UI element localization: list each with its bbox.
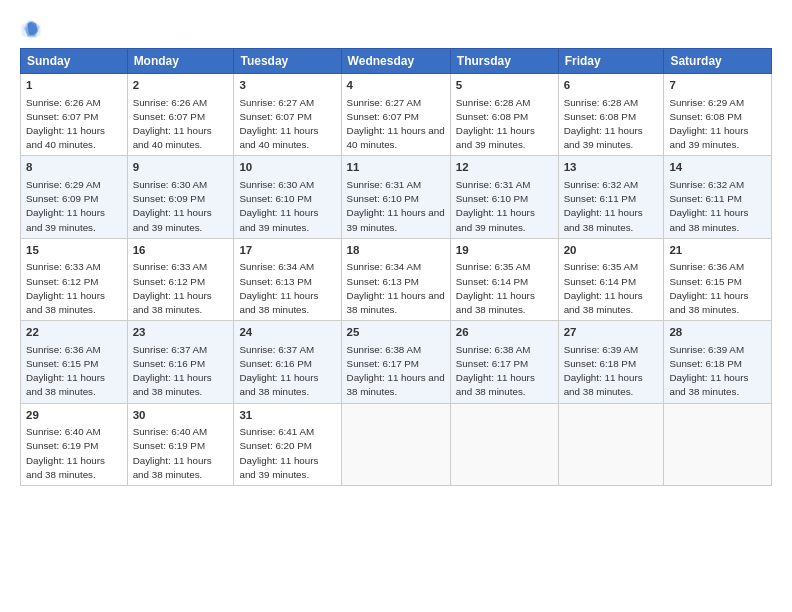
day-info: Sunrise: 6:39 AMSunset: 6:18 PMDaylight:… [669,344,748,398]
calendar-day-cell: 22Sunrise: 6:36 AMSunset: 6:15 PMDayligh… [21,321,128,403]
calendar-day-cell: 12Sunrise: 6:31 AMSunset: 6:10 PMDayligh… [450,156,558,238]
day-number: 12 [456,160,553,176]
day-info: Sunrise: 6:32 AMSunset: 6:11 PMDaylight:… [669,179,748,233]
day-number: 1 [26,78,122,94]
day-info: Sunrise: 6:37 AMSunset: 6:16 PMDaylight:… [239,344,318,398]
day-info: Sunrise: 6:28 AMSunset: 6:08 PMDaylight:… [456,97,535,151]
calendar-day-cell: 19Sunrise: 6:35 AMSunset: 6:14 PMDayligh… [450,238,558,320]
day-number: 26 [456,325,553,341]
day-number: 30 [133,408,229,424]
day-info: Sunrise: 6:37 AMSunset: 6:16 PMDaylight:… [133,344,212,398]
calendar-day-cell: 16Sunrise: 6:33 AMSunset: 6:12 PMDayligh… [127,238,234,320]
day-number: 28 [669,325,766,341]
calendar-week-row: 1Sunrise: 6:26 AMSunset: 6:07 PMDaylight… [21,74,772,156]
day-number: 6 [564,78,659,94]
day-info: Sunrise: 6:38 AMSunset: 6:17 PMDaylight:… [456,344,535,398]
calendar-day-cell: 4Sunrise: 6:27 AMSunset: 6:07 PMDaylight… [341,74,450,156]
day-info: Sunrise: 6:28 AMSunset: 6:08 PMDaylight:… [564,97,643,151]
day-info: Sunrise: 6:30 AMSunset: 6:09 PMDaylight:… [133,179,212,233]
day-info: Sunrise: 6:31 AMSunset: 6:10 PMDaylight:… [456,179,535,233]
calendar-day-cell: 18Sunrise: 6:34 AMSunset: 6:13 PMDayligh… [341,238,450,320]
calendar-day-cell: 13Sunrise: 6:32 AMSunset: 6:11 PMDayligh… [558,156,664,238]
calendar-day-cell [558,403,664,485]
day-number: 8 [26,160,122,176]
day-number: 19 [456,243,553,259]
calendar-day-cell: 27Sunrise: 6:39 AMSunset: 6:18 PMDayligh… [558,321,664,403]
day-info: Sunrise: 6:26 AMSunset: 6:07 PMDaylight:… [133,97,212,151]
day-number: 17 [239,243,335,259]
day-number: 23 [133,325,229,341]
logo-icon [20,18,42,40]
day-info: Sunrise: 6:38 AMSunset: 6:17 PMDaylight:… [347,344,445,398]
day-info: Sunrise: 6:34 AMSunset: 6:13 PMDaylight:… [239,261,318,315]
calendar-day-header: Friday [558,49,664,74]
day-info: Sunrise: 6:39 AMSunset: 6:18 PMDaylight:… [564,344,643,398]
calendar-header-row: SundayMondayTuesdayWednesdayThursdayFrid… [21,49,772,74]
day-number: 15 [26,243,122,259]
day-info: Sunrise: 6:36 AMSunset: 6:15 PMDaylight:… [26,344,105,398]
calendar-day-cell: 5Sunrise: 6:28 AMSunset: 6:08 PMDaylight… [450,74,558,156]
calendar-day-cell: 17Sunrise: 6:34 AMSunset: 6:13 PMDayligh… [234,238,341,320]
day-info: Sunrise: 6:27 AMSunset: 6:07 PMDaylight:… [347,97,445,151]
calendar-day-cell [664,403,772,485]
day-number: 16 [133,243,229,259]
calendar-week-row: 15Sunrise: 6:33 AMSunset: 6:12 PMDayligh… [21,238,772,320]
calendar-day-cell: 1Sunrise: 6:26 AMSunset: 6:07 PMDaylight… [21,74,128,156]
calendar-day-header: Wednesday [341,49,450,74]
calendar-day-cell: 8Sunrise: 6:29 AMSunset: 6:09 PMDaylight… [21,156,128,238]
calendar-day-header: Sunday [21,49,128,74]
day-number: 27 [564,325,659,341]
calendar-day-cell [450,403,558,485]
calendar-day-header: Thursday [450,49,558,74]
calendar-day-cell: 25Sunrise: 6:38 AMSunset: 6:17 PMDayligh… [341,321,450,403]
day-number: 29 [26,408,122,424]
day-info: Sunrise: 6:29 AMSunset: 6:09 PMDaylight:… [26,179,105,233]
day-number: 25 [347,325,445,341]
calendar-week-row: 22Sunrise: 6:36 AMSunset: 6:15 PMDayligh… [21,321,772,403]
day-info: Sunrise: 6:33 AMSunset: 6:12 PMDaylight:… [133,261,212,315]
day-info: Sunrise: 6:32 AMSunset: 6:11 PMDaylight:… [564,179,643,233]
calendar-day-cell: 9Sunrise: 6:30 AMSunset: 6:09 PMDaylight… [127,156,234,238]
day-info: Sunrise: 6:35 AMSunset: 6:14 PMDaylight:… [564,261,643,315]
calendar-day-cell: 20Sunrise: 6:35 AMSunset: 6:14 PMDayligh… [558,238,664,320]
day-number: 21 [669,243,766,259]
day-info: Sunrise: 6:30 AMSunset: 6:10 PMDaylight:… [239,179,318,233]
calendar-day-cell: 24Sunrise: 6:37 AMSunset: 6:16 PMDayligh… [234,321,341,403]
calendar-day-cell: 11Sunrise: 6:31 AMSunset: 6:10 PMDayligh… [341,156,450,238]
day-number: 11 [347,160,445,176]
day-number: 24 [239,325,335,341]
calendar-day-cell: 6Sunrise: 6:28 AMSunset: 6:08 PMDaylight… [558,74,664,156]
calendar-day-cell: 21Sunrise: 6:36 AMSunset: 6:15 PMDayligh… [664,238,772,320]
calendar-day-header: Monday [127,49,234,74]
calendar-day-cell: 23Sunrise: 6:37 AMSunset: 6:16 PMDayligh… [127,321,234,403]
calendar-week-row: 29Sunrise: 6:40 AMSunset: 6:19 PMDayligh… [21,403,772,485]
day-number: 10 [239,160,335,176]
day-number: 2 [133,78,229,94]
day-number: 7 [669,78,766,94]
header [20,18,772,40]
calendar-day-cell: 14Sunrise: 6:32 AMSunset: 6:11 PMDayligh… [664,156,772,238]
day-number: 31 [239,408,335,424]
calendar-day-cell [341,403,450,485]
calendar-day-cell: 30Sunrise: 6:40 AMSunset: 6:19 PMDayligh… [127,403,234,485]
day-number: 9 [133,160,229,176]
day-number: 13 [564,160,659,176]
day-info: Sunrise: 6:31 AMSunset: 6:10 PMDaylight:… [347,179,445,233]
calendar-day-header: Tuesday [234,49,341,74]
day-number: 18 [347,243,445,259]
calendar-day-cell: 2Sunrise: 6:26 AMSunset: 6:07 PMDaylight… [127,74,234,156]
day-info: Sunrise: 6:34 AMSunset: 6:13 PMDaylight:… [347,261,445,315]
day-info: Sunrise: 6:29 AMSunset: 6:08 PMDaylight:… [669,97,748,151]
day-info: Sunrise: 6:40 AMSunset: 6:19 PMDaylight:… [133,426,212,480]
calendar-day-header: Saturday [664,49,772,74]
calendar-day-cell: 3Sunrise: 6:27 AMSunset: 6:07 PMDaylight… [234,74,341,156]
day-number: 4 [347,78,445,94]
day-number: 3 [239,78,335,94]
calendar-day-cell: 28Sunrise: 6:39 AMSunset: 6:18 PMDayligh… [664,321,772,403]
day-number: 14 [669,160,766,176]
calendar-day-cell: 31Sunrise: 6:41 AMSunset: 6:20 PMDayligh… [234,403,341,485]
logo [20,18,46,40]
day-info: Sunrise: 6:35 AMSunset: 6:14 PMDaylight:… [456,261,535,315]
calendar-day-cell: 29Sunrise: 6:40 AMSunset: 6:19 PMDayligh… [21,403,128,485]
calendar-day-cell: 15Sunrise: 6:33 AMSunset: 6:12 PMDayligh… [21,238,128,320]
